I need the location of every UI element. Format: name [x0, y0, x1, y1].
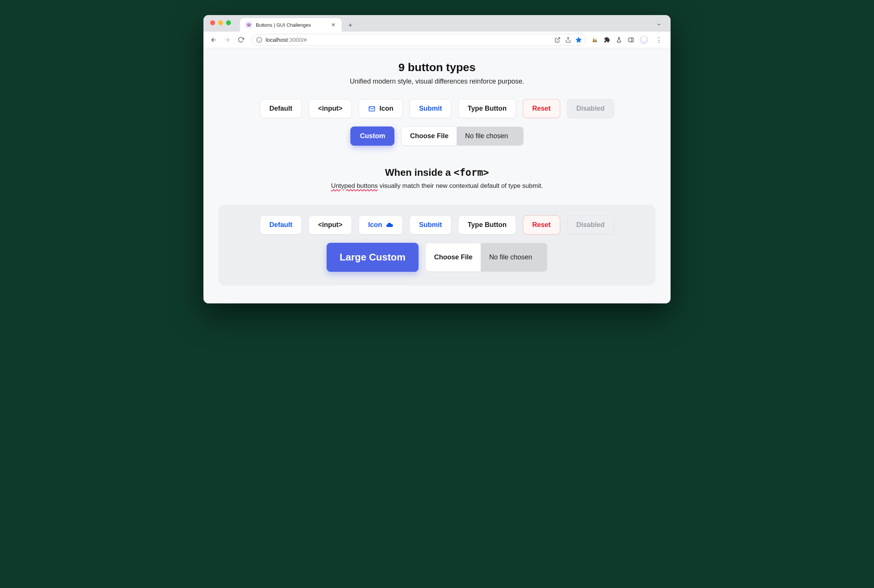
input-button[interactable]: <input>	[309, 99, 352, 118]
icon-button[interactable]: Icon	[359, 99, 403, 118]
file-input[interactable]: Choose File No file chosen	[401, 126, 523, 146]
custom-button[interactable]: Custom	[350, 126, 394, 146]
site-info-icon[interactable]	[256, 37, 263, 43]
default-button[interactable]: Default	[260, 99, 302, 118]
bookmark-star-icon[interactable]	[575, 37, 582, 43]
mail-icon	[368, 105, 376, 113]
heading-button-types: 9 button types	[218, 61, 656, 74]
file-status-label: No file chosen	[457, 127, 523, 145]
form-button-row-2: Large Custom Choose File No file chosen	[226, 243, 648, 272]
address-bar[interactable]: localhost:3000/#	[252, 34, 586, 46]
side-panel-icon[interactable]	[628, 37, 634, 43]
svg-line-5	[557, 38, 560, 40]
svg-marker-7	[576, 37, 582, 42]
form-file-input[interactable]: Choose File No file chosen	[425, 243, 547, 272]
url-host: localhost	[266, 37, 288, 43]
reload-button[interactable]	[235, 34, 246, 46]
button-row-1: Default <input> Icon Submit Type Button …	[218, 99, 656, 118]
submit-button[interactable]: Submit	[409, 99, 451, 118]
tab-close-button[interactable]: ✕	[330, 21, 337, 29]
cloud-icon	[386, 221, 393, 229]
choose-file-button[interactable]: Choose File	[402, 127, 457, 145]
back-button[interactable]	[208, 34, 219, 46]
extension-icon-1[interactable]	[591, 37, 598, 43]
forward-button[interactable]	[222, 34, 233, 46]
form-choose-file-button[interactable]: Choose File	[426, 243, 481, 271]
extension-icons: ⋮	[591, 36, 666, 44]
window-controls	[210, 20, 231, 25]
tab-title: Buttons | GUI Challenges	[256, 22, 326, 28]
chevron-down-icon	[656, 22, 662, 27]
browser-menu-button[interactable]: ⋮	[653, 36, 665, 44]
reload-icon	[238, 37, 244, 43]
window-close[interactable]	[210, 20, 215, 25]
tab-list-button[interactable]	[654, 20, 664, 29]
form-reset-button[interactable]: Reset	[523, 215, 560, 235]
open-external-icon[interactable]	[554, 37, 561, 43]
window-minimize[interactable]	[218, 20, 223, 25]
favicon-icon: 👾	[245, 21, 252, 28]
heading-inside-form: When inside a <form>	[218, 167, 656, 178]
reset-button[interactable]: Reset	[523, 99, 560, 118]
arrow-right-icon	[224, 37, 231, 43]
heading-inside-form-text: When inside a	[385, 167, 454, 178]
url-text: localhost:3000/#	[266, 37, 307, 43]
type-button[interactable]: Type Button	[458, 99, 516, 118]
url-path: /#	[302, 37, 307, 43]
title-bar: 👾 Buttons | GUI Challenges ✕ ＋	[203, 15, 671, 32]
extensions-puzzle-icon[interactable]	[604, 37, 610, 43]
browser-toolbar: localhost:3000/#	[203, 32, 671, 48]
form-icon-button[interactable]: Icon	[359, 215, 403, 235]
form-input-button[interactable]: <input>	[309, 215, 352, 235]
subtitle-emphasis: Untyped buttons	[331, 182, 378, 189]
page-viewport: 9 button types Unified modern style, vis…	[203, 48, 671, 303]
browser-tab[interactable]: 👾 Buttons | GUI Challenges ✕	[240, 18, 342, 32]
button-row-2: Custom Choose File No file chosen	[218, 126, 656, 146]
new-tab-button[interactable]: ＋	[345, 19, 356, 30]
form-container: Default <input> Icon Submit Type Button …	[218, 205, 656, 285]
disabled-button: Disabled	[567, 99, 614, 118]
svg-rect-8	[629, 38, 633, 42]
profile-avatar[interactable]	[640, 36, 648, 44]
labs-flask-icon[interactable]	[616, 37, 622, 43]
subtitle-button-types: Unified modern style, visual differences…	[218, 78, 656, 85]
form-type-button[interactable]: Type Button	[458, 215, 516, 235]
form-default-button[interactable]: Default	[260, 215, 302, 235]
form-icon-button-label: Icon	[368, 221, 382, 229]
icon-button-label: Icon	[379, 105, 393, 113]
share-icon[interactable]	[565, 37, 571, 43]
form-file-status-label: No file chosen	[481, 243, 547, 271]
window-zoom[interactable]	[226, 20, 231, 25]
form-button-row-1: Default <input> Icon Submit Type Button …	[226, 215, 648, 235]
browser-window: 👾 Buttons | GUI Challenges ✕ ＋ localhos	[203, 15, 671, 303]
form-large-custom-button[interactable]: Large Custom	[327, 243, 419, 272]
heading-form-code: <form>	[454, 167, 489, 178]
section-inside-form: When inside a <form> Untyped buttons vis…	[203, 146, 671, 190]
form-submit-button[interactable]: Submit	[409, 215, 451, 235]
section-button-types: 9 button types Unified modern style, vis…	[203, 48, 671, 146]
subtitle-inside-form: Untyped buttons visually match their new…	[218, 182, 656, 190]
subtitle-rest: visually match their new contextual defa…	[378, 182, 543, 189]
url-port: :3000	[288, 37, 302, 43]
form-disabled-button: Disabled	[567, 215, 614, 235]
arrow-left-icon	[210, 37, 217, 43]
